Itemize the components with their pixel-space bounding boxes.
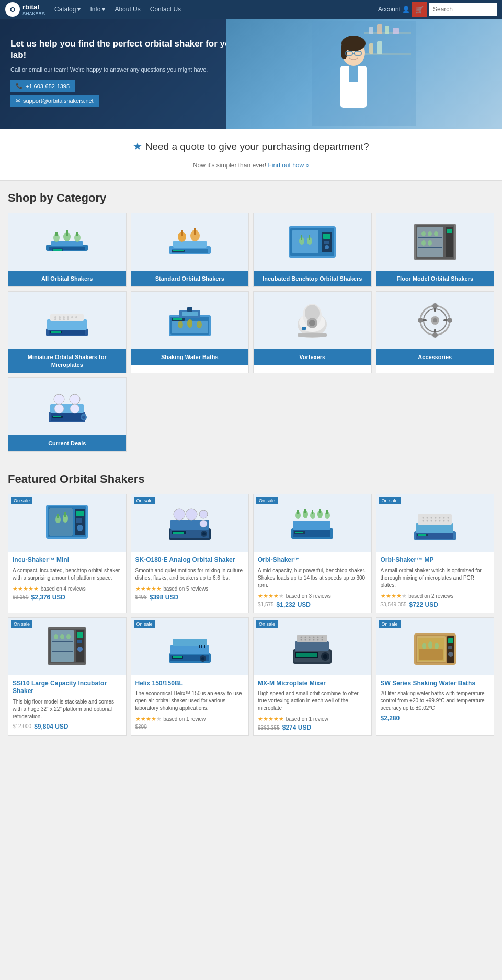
product-mxm-microplate[interactable]: On sale [253,617,372,736]
sale-badge: On sale [256,620,278,628]
svg-point-207 [309,636,311,638]
product-rating: ★★★★★ based on 3 reviews [258,592,367,599]
svg-point-65 [59,316,61,318]
category-label: Incubated Benchtop Orbital Shakers [254,271,371,286]
incu-shaker-mini-icon [43,500,90,547]
phone-button[interactable]: 📞 +1 603-652-1395 [10,80,75,92]
svg-rect-16 [349,66,358,82]
svg-point-209 [317,636,319,638]
product-orbi-shaker[interactable]: On sale [253,494,372,613]
category-all-orbital[interactable]: All Orbital Shakers [8,213,127,287]
nav-info[interactable]: Info ▾ [86,0,109,19]
svg-rect-86 [173,318,182,320]
svg-rect-118 [53,416,61,417]
svg-rect-188 [77,640,82,643]
shaking-water-baths-icon [164,299,216,341]
product-desc: High speed and small orbit combine to of… [258,690,367,712]
svg-point-71 [59,318,61,320]
category-incubated-benchtop[interactable]: Incubated Benchtop Orbital Shakers [253,213,372,287]
product-name: Helix 150/150BL [135,679,245,688]
svg-rect-160 [418,514,452,525]
svg-rect-93 [302,327,306,330]
svg-point-72 [63,318,65,320]
price-new: $274 USD [282,724,311,731]
svg-rect-21 [55,232,58,236]
svg-rect-141 [173,532,184,534]
product-incu-shaker-mini[interactable]: On sale Incu-Shaker™ [8,494,127,613]
svg-rect-126 [64,512,66,517]
svg-rect-204 [297,635,327,642]
price-new: $398 USD [150,594,178,601]
shop-by-category: Shop by Category [0,181,502,462]
product-desc: The economical Helix™ 150 is an easy-to-… [135,690,245,712]
featured-section: Featured Orbital Shakers On sale [0,462,502,746]
quote-link[interactable]: Find out how » [268,162,309,169]
product-ssi10[interactable]: On sale [8,617,127,736]
svg-point-205 [301,636,302,638]
search-input[interactable] [429,3,497,16]
svg-point-218 [323,654,327,659]
svg-point-104 [432,303,438,308]
category-label: Floor Model Orbital Shakers [376,271,494,286]
nav-contact[interactable]: Contact Us [146,0,185,19]
hero-image [226,19,502,129]
category-floor-model[interactable]: Floor Model Orbital Shakers [376,213,495,287]
cart-button[interactable]: 🛒 [412,2,427,17]
svg-rect-198 [204,645,205,648]
svg-point-195 [201,657,204,660]
product-sko180e[interactable]: On sale SK [131,494,249,613]
svg-rect-7 [369,43,373,54]
svg-point-67 [67,316,69,318]
category-current-deals[interactable]: Current Deals [8,377,127,452]
product-helix150[interactable]: On sale [131,617,249,736]
category-vortexers[interactable]: Vortexers [253,291,372,373]
logo[interactable]: O rbital SHAKERS [5,2,45,17]
svg-rect-4 [377,24,382,34]
category-standard-orbital[interactable]: Standard Orbital Shakers [131,213,249,287]
email-icon: ✉ [16,97,20,104]
svg-rect-52 [418,247,442,248]
svg-rect-182 [52,651,73,652]
price-old: $3,549,355 [381,602,407,607]
product-sw-series[interactable]: On sale [376,617,495,736]
sale-badge: On sale [134,620,155,628]
category-miniature-microplates[interactable]: Miniature Orbital Shakers for Microplate… [8,291,127,373]
orbi-shaker-mp-icon [412,500,459,547]
hero-illustration [312,21,416,126]
price-old: $399 [135,724,147,730]
product-rating: ★★★★★ based on 2 reviews [381,592,490,599]
svg-point-211 [301,639,302,640]
svg-rect-75 [51,331,61,333]
email-button[interactable]: ✉ support@orbitalshakers.net [10,95,99,107]
svg-point-167 [447,517,449,519]
price-row: $1,575 $1,232 USD [258,601,367,608]
product-rating: ★★★★★ based on 5 reviews [135,584,245,592]
category-img-deals [8,378,126,435]
svg-point-82 [178,321,183,328]
svg-point-226 [422,643,426,649]
svg-rect-124 [57,514,59,518]
product-name: MX-M Microplate Mixer [258,679,367,688]
product-orbi-shaker-mp[interactable]: On sale [376,494,495,613]
svg-point-116 [82,416,85,419]
category-label: All Orbital Shakers [8,271,126,286]
category-label: Standard Orbital Shakers [131,271,249,286]
reviews: based on 1 review [163,716,206,722]
svg-rect-231 [448,646,452,649]
nav-about[interactable]: About Us [110,0,144,19]
category-accessories[interactable]: Accessories [376,291,495,373]
category-shaking-water-baths[interactable]: Shaking Water Baths [131,291,249,373]
incubated-benchtop-icon [286,221,338,263]
category-img-floor [376,213,494,271]
svg-rect-3 [369,27,373,34]
svg-point-137 [200,520,207,527]
category-label: Shaking Water Baths [131,349,249,365]
svg-rect-43 [309,235,310,240]
svg-point-168 [422,520,424,522]
svg-point-103 [447,318,452,323]
svg-rect-59 [447,229,452,233]
account-button[interactable]: Account 👤 [378,6,410,13]
nav-catalog[interactable]: Catalog ▾ [50,0,85,19]
mxm-microplate-icon [289,623,336,670]
svg-rect-220 [296,653,317,657]
